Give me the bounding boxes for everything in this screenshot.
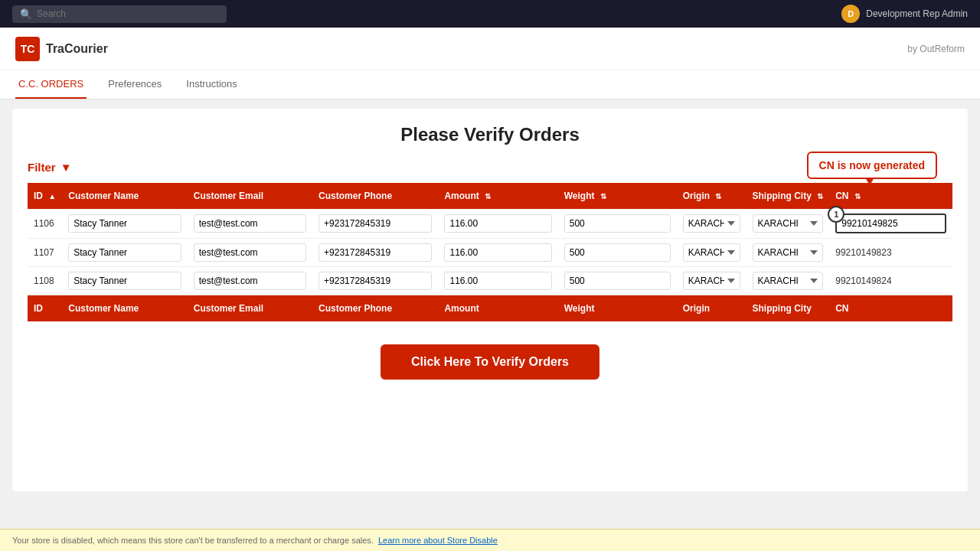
select-shipping-city[interactable]: KARACHI [753, 243, 824, 262]
logo: TC TraCourier [15, 37, 108, 61]
verify-orders-button[interactable]: Click Here To Verify Orders [381, 344, 599, 380]
footer-customer-email: Customer Email [188, 295, 312, 322]
select-origin[interactable]: KARACHI [683, 214, 740, 233]
cell-origin[interactable]: KARACHI [677, 209, 746, 239]
sort-icon-origin: ⇅ [715, 192, 721, 201]
logo-text: TraCourier [46, 42, 108, 56]
col-weight[interactable]: Weight ⇅ [558, 183, 677, 209]
main-content: Please Verify Orders CN is now generated… [12, 109, 968, 491]
input-customer-name[interactable] [68, 214, 181, 233]
cell-origin[interactable]: KARACHI [677, 239, 746, 267]
footer-weight: Weight [558, 295, 677, 322]
footer-cn: CN [829, 295, 952, 322]
cn-cell-wrapper: 1 [835, 214, 946, 233]
cell-customer-phone[interactable] [312, 239, 438, 267]
nav-tabs: C.C. ORDERS Preferences Instructions [0, 70, 980, 99]
tab-preferences[interactable]: Preferences [105, 70, 165, 99]
input-customer-email[interactable] [194, 214, 306, 233]
cell-customer-email[interactable] [188, 209, 312, 239]
table-row: 1108KARACHIKARACHI99210149824 [28, 267, 952, 295]
cell-id: 1108 [28, 267, 62, 295]
sort-icon-id: ▲ [48, 192, 56, 201]
input-customer-phone[interactable] [318, 272, 432, 290]
sort-icon-shipping: ⇅ [817, 192, 823, 201]
cell-customer-name[interactable] [62, 209, 187, 239]
cell-customer-name[interactable] [62, 239, 187, 267]
search-icon: 🔍 [20, 8, 32, 20]
input-amount[interactable] [444, 214, 551, 233]
input-amount[interactable] [444, 272, 551, 290]
top-bar: 🔍 D Development Rep Admin [0, 0, 980, 28]
user-name: Development Rep Admin [866, 8, 968, 19]
header-right-text: by OutReform [907, 44, 965, 54]
input-customer-phone[interactable] [318, 243, 432, 262]
select-shipping-city[interactable]: KARACHI [753, 272, 824, 290]
input-cn-highlighted[interactable] [835, 214, 946, 233]
cell-amount[interactable] [438, 239, 557, 267]
user-info: D Development Rep Admin [841, 5, 968, 23]
sort-icon-weight: ⇅ [600, 192, 606, 201]
cell-customer-email[interactable] [188, 239, 312, 267]
footer-customer-phone: Customer Phone [312, 295, 438, 322]
select-origin[interactable]: KARACHI [683, 272, 740, 290]
footer-customer-name: Customer Name [62, 295, 187, 322]
sort-icon-amount: ⇅ [485, 192, 491, 201]
col-customer-name: Customer Name [62, 183, 187, 209]
col-cn[interactable]: CN ⇅ [829, 183, 952, 209]
cell-id: 1107 [28, 239, 62, 267]
table-row: 1107KARACHIKARACHI99210149823 [28, 239, 952, 267]
footer-amount: Amount [438, 295, 557, 322]
footer-origin: Origin [677, 295, 746, 322]
cell-weight[interactable] [558, 267, 677, 295]
table-row: 1106KARACHIKARACHI1 [28, 209, 952, 239]
col-amount[interactable]: Amount ⇅ [438, 183, 557, 209]
search-input[interactable] [37, 8, 219, 19]
col-shipping-city[interactable]: Shipping City ⇅ [746, 183, 830, 209]
cell-weight[interactable] [558, 209, 677, 239]
tab-instructions[interactable]: Instructions [183, 70, 240, 99]
cell-shipping-city[interactable]: KARACHI [746, 239, 830, 267]
filter-icon: ▼ [60, 161, 72, 174]
page-title: Please Verify Orders [28, 124, 952, 145]
sort-icon-cn: ⇅ [854, 192, 861, 201]
input-customer-email[interactable] [194, 243, 306, 262]
orders-table: ID ▲ Customer Name Customer Email Custom… [28, 183, 952, 321]
cell-customer-phone[interactable] [312, 267, 438, 295]
cell-customer-email[interactable] [188, 267, 312, 295]
tab-cc-orders[interactable]: C.C. ORDERS [15, 70, 87, 99]
select-shipping-city[interactable]: KARACHI [753, 214, 824, 233]
cn-tooltip-text: CN is now generated [819, 159, 925, 171]
cell-customer-name[interactable] [62, 267, 187, 295]
input-amount[interactable] [444, 243, 551, 262]
footer-id: ID [28, 295, 62, 322]
cell-weight[interactable] [558, 239, 677, 267]
input-customer-phone[interactable] [318, 214, 432, 233]
filter-label[interactable]: Filter ▼ [28, 161, 72, 174]
input-customer-email[interactable] [194, 272, 306, 290]
avatar: D [841, 5, 860, 23]
cell-cn: 99210149823 [829, 239, 952, 267]
cell-amount[interactable] [438, 267, 557, 295]
cell-amount[interactable] [438, 209, 557, 239]
col-id[interactable]: ID ▲ [28, 183, 62, 209]
logo-icon: TC [15, 37, 40, 61]
input-weight[interactable] [564, 214, 671, 233]
cell-cn: 99210149824 [829, 267, 952, 295]
cell-id: 1106 [28, 209, 62, 239]
filter-text: Filter [28, 161, 56, 174]
input-weight[interactable] [564, 243, 671, 262]
cn-tooltip: CN is now generated [807, 152, 937, 179]
input-customer-name[interactable] [68, 243, 181, 262]
input-customer-name[interactable] [68, 272, 181, 290]
col-customer-phone: Customer Phone [312, 183, 438, 209]
cell-shipping-city[interactable]: KARACHI [746, 209, 830, 239]
cell-cn: 1 [829, 209, 952, 239]
footer-shipping-city: Shipping City [746, 295, 830, 322]
input-weight[interactable] [564, 272, 671, 290]
cell-shipping-city[interactable]: KARACHI [746, 267, 830, 295]
select-origin[interactable]: KARACHI [683, 243, 740, 262]
search-bar[interactable]: 🔍 [12, 5, 227, 23]
col-origin[interactable]: Origin ⇅ [677, 183, 746, 209]
cell-origin[interactable]: KARACHI [677, 267, 746, 295]
cell-customer-phone[interactable] [312, 209, 438, 239]
